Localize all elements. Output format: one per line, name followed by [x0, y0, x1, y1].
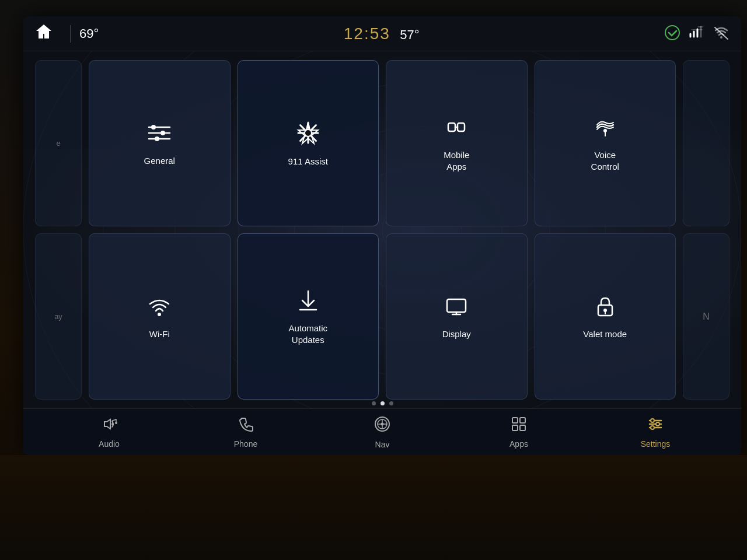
- svg-point-47: [111, 423, 114, 425]
- tile-valet-mode[interactable]: Valet mode: [535, 233, 676, 400]
- dot-3[interactable]: [389, 401, 393, 405]
- status-divider: [70, 25, 71, 43]
- mobile-apps-label: MobileApps: [444, 149, 469, 172]
- svg-point-35: [158, 313, 161, 316]
- automatic-updates-label: AutomaticUpdates: [288, 323, 327, 345]
- svg-rect-31: [458, 123, 465, 131]
- tile-voice-control[interactable]: VoiceControl: [535, 60, 676, 226]
- svg-rect-38: [447, 299, 466, 312]
- svg-rect-53: [520, 418, 525, 423]
- n-label: N: [703, 312, 710, 322]
- tile-wifi[interactable]: Wi-Fi: [89, 233, 231, 400]
- signal-icon: [689, 25, 704, 43]
- download-icon: [295, 288, 321, 317]
- status-bar: 69° 12:53 57°: [23, 16, 741, 51]
- phone-icon: [238, 416, 254, 436]
- tile-row-1: e General: [35, 60, 729, 226]
- nav-item-nav[interactable]: Nav: [314, 415, 451, 449]
- svg-point-24: [155, 136, 159, 141]
- nav-item-settings[interactable]: Settings: [587, 416, 724, 449]
- medical-star-icon: [295, 120, 322, 150]
- svg-point-0: [665, 26, 679, 40]
- tile-row-2: ay Wi-Fi: [35, 233, 729, 400]
- pagination: [23, 401, 741, 405]
- leather-surround: [0, 455, 747, 560]
- svg-point-60: [656, 422, 659, 426]
- clock: 12:53: [344, 24, 390, 43]
- dot-1[interactable]: [372, 401, 376, 405]
- settings-label: Settings: [641, 439, 671, 449]
- valet-mode-label: Valet mode: [583, 328, 627, 340]
- wifi-icon: [146, 293, 172, 323]
- status-icons: [664, 24, 729, 43]
- sliders-icon: [146, 120, 172, 149]
- nav-item-apps[interactable]: Apps: [451, 416, 587, 449]
- svg-point-59: [651, 419, 654, 422]
- svg-point-7: [720, 36, 722, 38]
- tile-general[interactable]: General: [89, 60, 231, 226]
- svg-rect-54: [512, 425, 518, 430]
- tile-display[interactable]: Display: [386, 233, 528, 400]
- svg-point-61: [651, 426, 654, 429]
- tile-mobile-apps[interactable]: MobileApps: [386, 60, 528, 226]
- apps-label: Apps: [509, 439, 528, 449]
- interior-temperature: 69°: [79, 26, 99, 41]
- svg-line-44: [113, 419, 116, 421]
- partial-label: e: [56, 139, 60, 148]
- tile-partial-left2[interactable]: ay: [35, 233, 82, 400]
- phone-label: Phone: [234, 439, 257, 449]
- nav-label: Nav: [375, 440, 390, 449]
- svg-point-48: [115, 422, 117, 424]
- exterior-temperature: 57°: [400, 27, 419, 42]
- voice-icon: [592, 114, 618, 144]
- svg-point-20: [151, 125, 156, 130]
- main-content: e General: [23, 51, 741, 408]
- tile-911-assist[interactable]: 911 Assist: [238, 60, 379, 226]
- wifi-off-icon: [713, 24, 729, 43]
- svg-point-51: [381, 422, 384, 425]
- tile-automatic-updates[interactable]: AutomaticUpdates: [238, 233, 379, 400]
- svg-rect-52: [512, 418, 518, 423]
- tile-partial-left[interactable]: e: [35, 60, 82, 226]
- settings-icon: [647, 416, 664, 436]
- voice-control-label: VoiceControl: [591, 149, 619, 172]
- apps-icon: [511, 416, 527, 436]
- status-center: 12:53 57°: [99, 24, 664, 43]
- audio-icon: [101, 416, 117, 436]
- svg-point-29: [305, 130, 312, 136]
- way-label: ay: [54, 312, 62, 321]
- 911-assist-label: 911 Assist: [288, 156, 328, 167]
- wifi-label: Wi-Fi: [149, 328, 170, 340]
- nav-item-audio[interactable]: Audio: [41, 416, 177, 449]
- svg-rect-30: [448, 123, 455, 131]
- navigation-icon: [374, 415, 391, 437]
- home-icon[interactable]: [35, 23, 53, 44]
- display-label: Display: [442, 328, 471, 340]
- screen: 69° 12:53 57°: [23, 16, 741, 455]
- display-icon: [444, 293, 469, 323]
- tile-partial-right[interactable]: [683, 60, 729, 226]
- general-label: General: [144, 155, 175, 167]
- mobile-link-icon: [444, 114, 469, 144]
- nav-item-phone[interactable]: Phone: [177, 416, 314, 449]
- audio-label: Audio: [99, 439, 120, 449]
- tile-partial-right2[interactable]: N: [683, 233, 729, 400]
- dot-2[interactable]: [381, 401, 385, 405]
- svg-rect-55: [520, 425, 525, 430]
- connection-status-icon: [664, 24, 680, 43]
- nav-bar: Audio Phone Nav: [23, 408, 741, 455]
- valet-icon: [592, 293, 618, 323]
- svg-point-22: [160, 131, 165, 135]
